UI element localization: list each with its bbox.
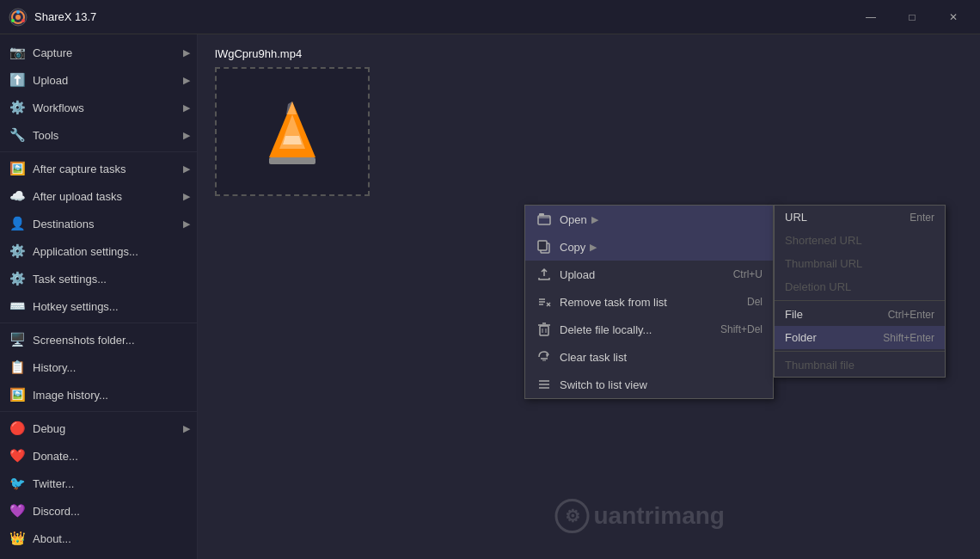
app-title: ShareX 13.7 [34, 10, 96, 23]
context-menu-switch-view[interactable]: Switch to list view [525, 371, 773, 398]
sidebar-item-label: After capture tasks [33, 163, 126, 175]
context-menu: Open ▶ Copy ▶ Upload Ctrl+U [524, 205, 774, 399]
about-icon: 👑 [9, 530, 26, 547]
open-label: Open [560, 213, 587, 226]
sidebar-item-app-settings[interactable]: ⚙️ Application settings... [0, 237, 197, 265]
deletion-url-label: Deletion URL [785, 280, 851, 293]
clear-tasks-label: Clear task list [560, 351, 627, 364]
close-button[interactable]: ✕ [934, 4, 973, 30]
thumbnail-url-label: Thumbnail URL [785, 257, 862, 270]
sidebar-item-label: Destinations [33, 218, 95, 230]
svg-marker-10 [286, 101, 297, 114]
sidebar-item-hotkey-settings[interactable]: ⌨️ Hotkey settings... [0, 292, 197, 320]
upload-icon [536, 266, 553, 283]
watermark-text: uantrimang [594, 502, 725, 530]
sidebar-item-label: About... [33, 532, 71, 545]
arrow-icon: ▶ [183, 163, 190, 175]
context-menu-upload[interactable]: Upload Ctrl+U [525, 261, 773, 288]
upload-label: Upload [560, 268, 595, 281]
sidebar-item-screenshots[interactable]: 🖥️ Screenshots folder... [0, 326, 197, 353]
sidebar-item-upload[interactable]: ⬆️ Upload ▶ [0, 66, 197, 94]
svg-point-4 [11, 19, 15, 22]
submenu-thumbnail-url[interactable]: Thumbnail URL [775, 252, 945, 275]
svg-rect-20 [540, 326, 548, 335]
arrow-icon: ▶ [183, 423, 190, 434]
context-menu-copy[interactable]: Copy ▶ [525, 233, 773, 261]
url-label: URL [785, 211, 807, 224]
screenshots-icon: 🖥️ [9, 331, 26, 348]
submenu-copy: URL Enter Shortened URL Thumbnail URL De… [774, 205, 946, 378]
sidebar-item-label: Hotkey settings... [33, 300, 119, 313]
sidebar-item-tools[interactable]: 🔧 Tools ▶ [0, 121, 197, 149]
submenu-thumbnail-file[interactable]: Thumbnail file [775, 353, 945, 377]
sidebar-item-label: History... [33, 361, 76, 374]
window-controls: — □ ✕ [851, 0, 973, 34]
content-area: lWgCpru9hh.mp4 ⚙ uantrimang [198, 34, 980, 559]
svg-point-3 [16, 10, 20, 14]
submenu-file[interactable]: File Ctrl+Enter [775, 303, 945, 326]
discord-icon: 💜 [9, 502, 26, 519]
sidebar-item-donate[interactable]: ❤️ Donate... [0, 442, 197, 470]
sidebar-item-label: Application settings... [33, 245, 138, 258]
watermark: ⚙ uantrimang [555, 499, 725, 533]
context-menu-delete-file[interactable]: Delete file locally... Shift+Del [525, 316, 773, 343]
image-history-icon: 🖼️ [9, 386, 26, 403]
submenu-shortened-url[interactable]: Shortened URL [775, 229, 945, 252]
sidebar-item-workflows[interactable]: ⚙️ Workflows ▶ [0, 94, 197, 121]
list-view-icon [536, 376, 553, 393]
sidebar-item-label: Donate... [33, 450, 78, 463]
titlebar: ShareX 13.7 — □ ✕ [0, 0, 980, 34]
divider [0, 151, 197, 152]
submenu-deletion-url[interactable]: Deletion URL [775, 275, 945, 298]
divider [0, 322, 197, 323]
sidebar-item-debug[interactable]: 🔴 Debug ▶ [0, 415, 197, 442]
sidebar-item-label: After upload tasks [33, 190, 122, 203]
sidebar-item-about[interactable]: 👑 About... [0, 525, 197, 552]
context-menu-open[interactable]: Open ▶ [525, 206, 773, 233]
file-shortcut: Ctrl+Enter [888, 309, 934, 321]
app-settings-icon: ⚙️ [9, 243, 26, 260]
submenu-folder[interactable]: Folder Shift+Enter [775, 326, 945, 349]
sidebar-item-label: Twitter... [33, 477, 74, 490]
upload-shortcut: Ctrl+U [733, 268, 763, 280]
context-menu-clear-tasks[interactable]: Clear task list [525, 343, 773, 371]
twitter-icon: 🐦 [9, 475, 26, 492]
arrow-icon: ▶ [183, 130, 190, 141]
copy-label: Copy [560, 241, 585, 254]
arrow-icon: ▶ [183, 47, 190, 58]
sidebar-item-label: Task settings... [33, 273, 107, 286]
sidebar-item-discord[interactable]: 💜 Discord... [0, 497, 197, 525]
clear-icon [536, 348, 553, 366]
vlc-icon [262, 97, 322, 166]
sidebar-item-after-capture[interactable]: 🖼️ After capture tasks ▶ [0, 155, 197, 182]
arrow-icon: ▶ [183, 75, 190, 86]
file-name: lWgCpru9hh.mp4 [215, 47, 302, 60]
sidebar-item-twitter[interactable]: 🐦 Twitter... [0, 470, 197, 497]
destinations-icon: 👤 [9, 215, 26, 232]
sidebar-item-task-settings[interactable]: ⚙️ Task settings... [0, 265, 197, 292]
task-settings-icon: ⚙️ [9, 270, 26, 287]
history-icon: 📋 [9, 359, 26, 376]
minimize-button[interactable]: — [851, 4, 891, 30]
folder-label: Folder [785, 331, 817, 344]
sidebar-item-destinations[interactable]: 👤 Destinations ▶ [0, 210, 197, 237]
submenu-arrow: ▶ [590, 242, 597, 253]
delete-file-shortcut: Shift+Del [720, 323, 763, 335]
svg-rect-12 [539, 213, 544, 216]
sidebar-item-image-history[interactable]: 🖼️ Image history... [0, 381, 197, 408]
context-menu-remove-task[interactable]: Remove task from list Del [525, 288, 773, 316]
after-capture-icon: 🖼️ [9, 160, 26, 177]
thumbnail-file-label: Thumbnail file [785, 359, 854, 372]
delete-icon [536, 321, 553, 338]
sidebar: 📷 Capture ▶ ⬆️ Upload ▶ ⚙️ Workflows ▶ 🔧… [0, 34, 198, 559]
sidebar-item-label: Upload [33, 74, 68, 87]
sidebar-item-history[interactable]: 📋 History... [0, 353, 197, 381]
sidebar-item-capture[interactable]: 📷 Capture ▶ [0, 39, 197, 66]
maximize-button[interactable]: □ [892, 4, 932, 30]
sidebar-item-after-upload[interactable]: ☁️ After upload tasks ▶ [0, 182, 197, 210]
svg-rect-14 [538, 241, 547, 250]
sidebar-item-label: Workflows [33, 101, 84, 114]
submenu-url[interactable]: URL Enter [775, 206, 945, 229]
sidebar-item-label: Tools [33, 129, 58, 142]
debug-icon: 🔴 [9, 420, 26, 437]
